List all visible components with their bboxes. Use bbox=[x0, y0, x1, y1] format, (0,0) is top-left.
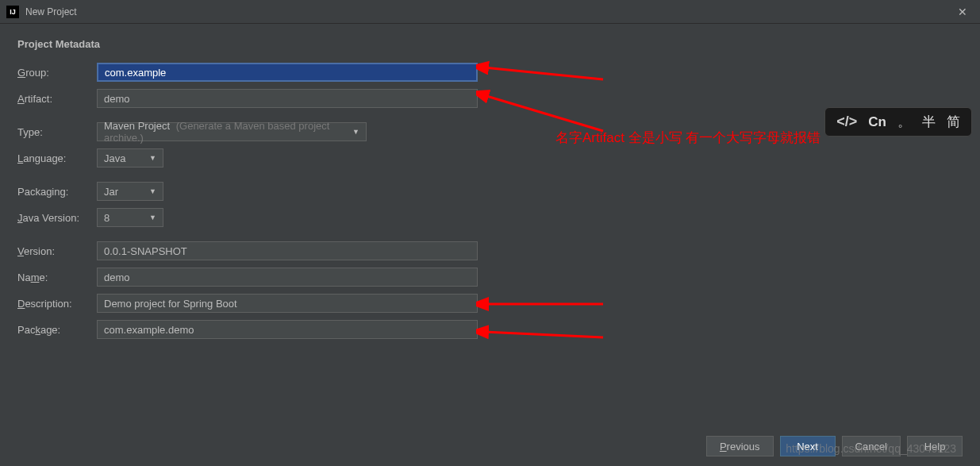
label-artifact: Artifact: bbox=[17, 93, 97, 105]
next-button[interactable]: Next bbox=[780, 436, 836, 456]
chevron-down-icon: ▼ bbox=[149, 154, 156, 162]
cancel-button[interactable]: Cancel bbox=[842, 436, 901, 456]
label-java-version: Java Version: bbox=[17, 212, 97, 224]
description-input[interactable] bbox=[97, 294, 478, 313]
packaging-dropdown[interactable]: Jar ▼ bbox=[97, 182, 163, 201]
label-group: Group: bbox=[17, 67, 97, 79]
version-input[interactable] bbox=[97, 241, 478, 260]
type-dropdown[interactable]: Maven Project (Generate a Maven based pr… bbox=[97, 122, 367, 141]
row-artifact: Artifact: bbox=[17, 89, 963, 108]
help-button[interactable]: Help bbox=[907, 436, 963, 456]
row-java-version: Java Version: 8 ▼ bbox=[17, 208, 963, 227]
row-package: Package: bbox=[17, 320, 963, 339]
chevron-down-icon: ▼ bbox=[149, 187, 156, 195]
label-description: Description: bbox=[17, 298, 97, 310]
button-bar: Previous Next Cancel Help bbox=[706, 436, 963, 456]
language-value: Java bbox=[104, 152, 125, 164]
language-dropdown[interactable]: Java ▼ bbox=[97, 148, 163, 168]
app-icon-text: IJ bbox=[10, 8, 16, 16]
ime-half: 半 bbox=[922, 113, 936, 131]
app-icon: IJ bbox=[6, 6, 19, 18]
code-icon: </> bbox=[836, 114, 857, 130]
titlebar: IJ New Project ✕ bbox=[0, 0, 980, 24]
chevron-down-icon: ▼ bbox=[352, 128, 359, 136]
row-version: Version: bbox=[17, 241, 963, 260]
previous-button[interactable]: Previous bbox=[706, 436, 774, 456]
java-version-dropdown[interactable]: 8 ▼ bbox=[97, 208, 163, 227]
label-type: Type: bbox=[17, 126, 97, 138]
label-language: Language: bbox=[17, 152, 97, 164]
package-input[interactable] bbox=[97, 320, 478, 339]
window-title: New Project bbox=[25, 6, 951, 17]
ime-simple: 简 bbox=[947, 113, 960, 131]
annotation-text: 名字Artifact 全是小写 有一个大写字母就报错 bbox=[555, 129, 821, 147]
name-input[interactable] bbox=[97, 268, 478, 287]
row-packaging: Packaging: Jar ▼ bbox=[17, 182, 963, 201]
close-icon[interactable]: ✕ bbox=[951, 2, 974, 21]
ime-badge: </> Cn 。 半 简 bbox=[824, 107, 972, 137]
row-language: Language: Java ▼ bbox=[17, 148, 963, 168]
type-value: Maven Project bbox=[104, 120, 170, 132]
packaging-value: Jar bbox=[104, 186, 118, 198]
ime-dot: 。 bbox=[897, 113, 911, 131]
content-area: Project Metadata Group: Artifact: Type: … bbox=[0, 24, 980, 360]
java-version-value: 8 bbox=[104, 212, 110, 224]
label-package: Package: bbox=[17, 324, 97, 336]
ime-cn: Cn bbox=[868, 114, 886, 130]
artifact-input[interactable] bbox=[97, 89, 478, 108]
label-version: Version: bbox=[17, 245, 97, 257]
group-input[interactable] bbox=[97, 63, 478, 82]
row-name: Name: bbox=[17, 268, 963, 287]
section-title: Project Metadata bbox=[17, 38, 963, 50]
chevron-down-icon: ▼ bbox=[149, 214, 156, 221]
label-packaging: Packaging: bbox=[17, 186, 97, 198]
row-group: Group: bbox=[17, 63, 963, 82]
row-description: Description: bbox=[17, 294, 963, 313]
label-name: Name: bbox=[17, 272, 97, 283]
